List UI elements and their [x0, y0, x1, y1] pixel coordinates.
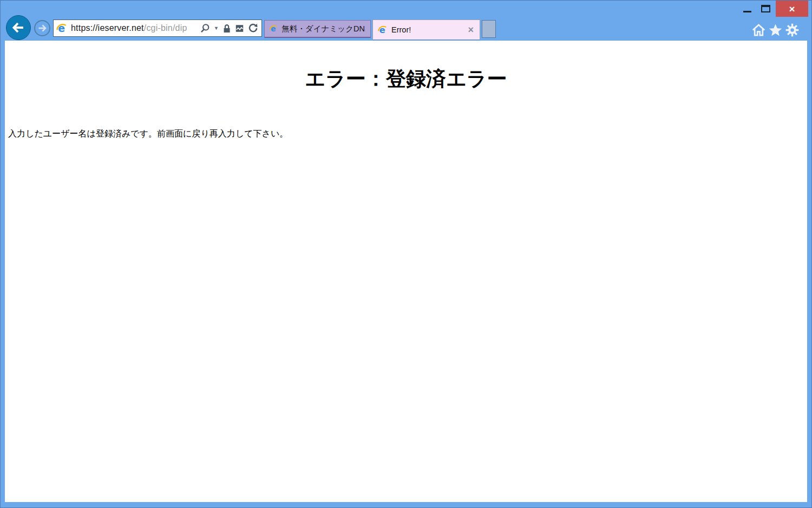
tab-close-icon[interactable]: × [467, 25, 475, 35]
home-button[interactable] [751, 22, 766, 37]
tab-title: Error! [391, 25, 463, 34]
search-icon[interactable] [200, 23, 210, 34]
compatibility-view-icon[interactable] [235, 24, 244, 33]
tab-error[interactable]: e Error! × [372, 19, 480, 40]
back-button[interactable] [6, 15, 31, 40]
new-tab-button[interactable] [482, 20, 496, 38]
forward-button[interactable] [34, 20, 50, 36]
address-bar-icons: ▼ [200, 23, 258, 34]
error-message: 入力したユーザー名は登録済みです。前画面に戻り再入力して下さい。 [8, 128, 807, 140]
refresh-icon[interactable] [248, 23, 258, 34]
url-text: https://ieserver.net/cgi-bin/dip [71, 23, 197, 33]
close-icon: × [789, 4, 795, 14]
back-arrow-icon [10, 19, 27, 36]
minimize-button[interactable] [738, 1, 756, 17]
lock-icon [222, 24, 231, 33]
gear-icon [785, 23, 800, 37]
address-bar[interactable]: e https://ieserver.net/cgi-bin/dip ▼ [53, 19, 262, 37]
settings-button[interactable] [784, 22, 800, 37]
url-host: https://ieserver.net [71, 23, 144, 32]
tab-dynamic-dns[interactable]: e 無料・ダイナミックDNS(... [264, 20, 371, 38]
ie-favicon: e [56, 23, 68, 34]
url-path: /cgi-bin/dip [144, 23, 187, 32]
browser-window: × e https://ieserver.net/cgi-bin/dip ▼ [0, 0, 812, 508]
maximize-icon [761, 5, 770, 12]
close-button[interactable]: × [776, 1, 808, 17]
home-icon [751, 23, 766, 37]
minimize-icon [743, 11, 751, 12]
error-heading: エラー：登録済エラー [5, 66, 807, 93]
star-icon [768, 23, 783, 37]
ie-favicon: e [378, 25, 388, 35]
forward-arrow-icon [37, 23, 47, 33]
maximize-button[interactable] [756, 1, 775, 17]
chevron-down-icon[interactable]: ▼ [214, 25, 219, 31]
favorites-button[interactable] [768, 22, 783, 37]
tab-title: 無料・ダイナミックDNS(... [281, 24, 365, 34]
page-content: エラー：登録済エラー 入力したユーザー名は登録済みです。前画面に戻り再入力して下… [5, 41, 807, 502]
ie-favicon: e [270, 24, 278, 34]
